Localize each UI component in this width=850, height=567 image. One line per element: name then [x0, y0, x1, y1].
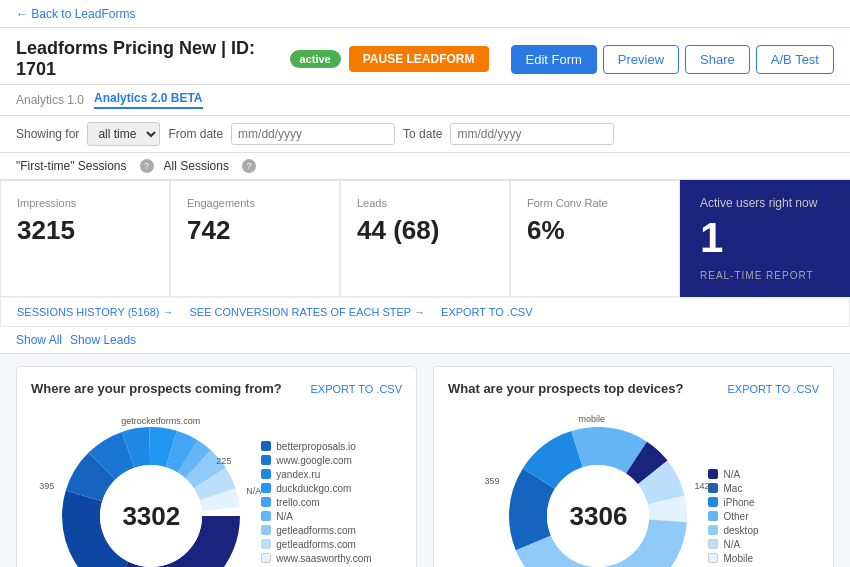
impressions-value: 3215: [17, 215, 153, 246]
chart1-export-link[interactable]: EXPORT TO .CSV: [311, 383, 403, 395]
legend2-item-1: N/A: [708, 469, 758, 480]
legend-label-1: betterproposals.io: [276, 441, 356, 452]
legend2-item-4: Other: [708, 511, 758, 522]
chart2-header: What are your prospects top devices? EXP…: [448, 381, 819, 396]
legend-dot-3: [261, 469, 271, 479]
first-time-help-icon[interactable]: ?: [140, 159, 154, 173]
conversion-rates-link[interactable]: SEE CONVERSION RATES OF EACH STEP →: [190, 306, 426, 318]
legend-label-7: getleadforms.com: [276, 525, 355, 536]
legend2-label-5: desktop: [723, 525, 758, 536]
legend-dot-5: [261, 497, 271, 507]
legend-item-2: www.google.com: [261, 455, 371, 466]
time-select[interactable]: all time: [87, 122, 160, 146]
realtime-report-label: REAL-TIME REPORT: [700, 270, 830, 281]
chart2-legend: N/A Mac iPhone Other desktop: [708, 469, 758, 564]
from-date-label: From date: [168, 127, 223, 141]
legend-dot-6: [261, 511, 271, 521]
engagements-value: 742: [187, 215, 323, 246]
legend-item-3: yandex.ru: [261, 469, 371, 480]
legend2-item-3: iPhone: [708, 497, 758, 508]
impressions-label: Impressions: [17, 197, 153, 209]
legend-item-8: getleadforms.com: [261, 539, 371, 550]
legend2-item-6: N/A: [708, 539, 758, 550]
legend-label-9: www.saasworthy.com: [276, 553, 371, 564]
chart2-area: 3306 mobile 359 1422 1507 desktop N/A Ma…: [448, 406, 819, 567]
chart1-title: Where are your prospects coming from?: [31, 381, 282, 396]
legend2-label-3: iPhone: [723, 497, 754, 508]
legend-item-6: N/A: [261, 511, 371, 522]
to-date-input[interactable]: [450, 123, 614, 145]
export-csv-link[interactable]: EXPORT TO .CSV: [441, 306, 533, 318]
legend2-label-1: N/A: [723, 469, 740, 480]
tab-analytics-1[interactable]: Analytics 1.0: [16, 93, 84, 107]
show-all-link[interactable]: Show All: [16, 333, 62, 347]
chart1-label-395: 395: [39, 481, 54, 491]
conv-rate-metric: Form Conv Rate 6%: [510, 180, 680, 297]
sessions-history-link[interactable]: SESSIONS HISTORY (5168) →: [17, 306, 174, 318]
legend-item-9: www.saasworthy.com: [261, 553, 371, 564]
chart1-label-top: getrocketforms.com: [121, 416, 200, 426]
legend2-dot-5: [708, 525, 718, 535]
show-leads-link[interactable]: Show Leads: [70, 333, 136, 347]
chart1-label-right: N/A: [246, 486, 261, 496]
legend2-item-5: desktop: [708, 525, 758, 536]
preview-button[interactable]: Preview: [603, 45, 679, 74]
from-date-input[interactable]: [231, 123, 395, 145]
tab-analytics-2[interactable]: Analytics 2.0 BETA: [94, 91, 202, 109]
chart1-donut: 3302 getrocketforms.com N/A 395 225 1068…: [61, 426, 241, 567]
legend-dot-1: [261, 441, 271, 451]
chart1-area: 3302 getrocketforms.com N/A 395 225 1068…: [31, 406, 402, 567]
legend2-label-4: Other: [723, 511, 748, 522]
conv-rate-label: Form Conv Rate: [527, 197, 663, 209]
back-link[interactable]: ← Back to LeadForms: [16, 7, 135, 21]
engagements-label: Engagements: [187, 197, 323, 209]
legend-item-7: getleadforms.com: [261, 525, 371, 536]
chart2-donut: 3306 mobile 359 1422 1507 desktop: [508, 426, 688, 567]
all-sessions-help-icon[interactable]: ?: [242, 159, 256, 173]
leads-label: Leads: [357, 197, 493, 209]
legend2-dot-3: [708, 497, 718, 507]
leads-metric: Leads 44 (68): [340, 180, 510, 297]
filter-row: Showing for all time From date To date: [0, 116, 850, 153]
page-title: Leadforms Pricing New | ID: 1701: [16, 38, 290, 80]
chart2-label-mobile: mobile: [578, 414, 605, 424]
all-sessions-label: All Sessions: [164, 159, 229, 173]
legend-label-2: www.google.com: [276, 455, 352, 466]
share-button[interactable]: Share: [685, 45, 750, 74]
chart2-export-link[interactable]: EXPORT TO .CSV: [728, 383, 820, 395]
legend-label-8: getleadforms.com: [276, 539, 355, 550]
legend-item-5: trello.com: [261, 497, 371, 508]
chart1-center-value: 3302: [122, 501, 180, 532]
to-date-label: To date: [403, 127, 442, 141]
legend2-label-2: Mac: [723, 483, 742, 494]
impressions-metric: Impressions 3215: [0, 180, 170, 297]
session-row: "First-time" Sessions ? All Sessions ?: [0, 153, 850, 180]
chart2-card: What are your prospects top devices? EXP…: [433, 366, 834, 567]
metrics-links: SESSIONS HISTORY (5168) → SEE CONVERSION…: [0, 297, 850, 327]
showing-label: Showing for: [16, 127, 79, 141]
pause-leadform-button[interactable]: PAUSE LEADFORM: [349, 46, 489, 72]
legend-item-1: betterproposals.io: [261, 441, 371, 452]
top-bar: ← Back to LeadForms: [0, 0, 850, 28]
legend2-dot-4: [708, 511, 718, 521]
edit-form-button[interactable]: Edit Form: [511, 45, 597, 74]
realtime-label: Active users right now: [700, 196, 830, 210]
leads-value: 44 (68): [357, 215, 493, 246]
ab-test-button[interactable]: A/B Test: [756, 45, 834, 74]
legend-item-4: duckduckgo.com: [261, 483, 371, 494]
legend2-label-6: N/A: [723, 539, 740, 550]
legend-dot-9: [261, 553, 271, 563]
legend-label-6: N/A: [276, 511, 293, 522]
engagements-metric: Engagements 742: [170, 180, 340, 297]
legend2-item-7: Mobile: [708, 553, 758, 564]
status-badge: active: [290, 50, 341, 68]
chart1-label-225: 225: [216, 456, 231, 466]
show-bar: Show All Show Leads: [0, 327, 850, 354]
conv-rate-value: 6%: [527, 215, 663, 246]
chart2-center-value: 3306: [570, 501, 628, 532]
first-time-sessions-label: "First-time" Sessions: [16, 159, 127, 173]
legend2-dot-6: [708, 539, 718, 549]
charts-row: Where are your prospects coming from? EX…: [0, 354, 850, 567]
legend2-dot-7: [708, 553, 718, 563]
chart1-legend: betterproposals.io www.google.com yandex…: [261, 441, 371, 568]
